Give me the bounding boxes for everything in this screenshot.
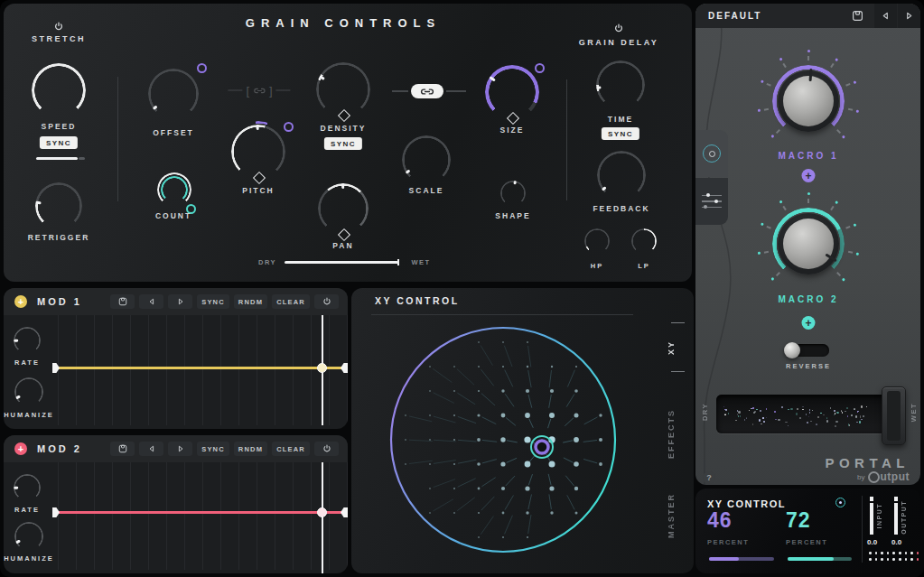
xy-x-bar[interactable]: [709, 557, 774, 561]
macro2-add-button[interactable]: +: [802, 316, 816, 330]
drywet-slider-handle[interactable]: [882, 386, 906, 445]
offset-knob[interactable]: [148, 69, 199, 119]
help-button[interactable]: ?: [703, 471, 715, 484]
xy-y-value: 72: [786, 508, 811, 533]
pitch-mod-badge[interactable]: [284, 122, 294, 132]
mod1-node[interactable]: [317, 363, 327, 373]
mod2-rate-label: RATE: [14, 506, 40, 514]
xy-y-bar[interactable]: [788, 557, 852, 561]
input-meter-label: INPUT: [876, 503, 882, 529]
shape-label: SHAPE: [495, 211, 530, 220]
count-knob[interactable]: [157, 172, 191, 207]
mod2-save-button[interactable]: [110, 442, 135, 456]
mod2-sync-button[interactable]: SYNC: [197, 442, 229, 456]
link-icon: [253, 87, 266, 94]
preset-header: DEFAULT: [695, 4, 920, 28]
mod1-prev-button[interactable]: [139, 294, 163, 309]
mod1-rndm-button[interactable]: RNDM: [234, 294, 267, 309]
mod2-clear-button[interactable]: CLEAR: [272, 442, 310, 456]
density-sync-button[interactable]: SYNC: [324, 137, 362, 150]
mod2-node[interactable]: [317, 507, 327, 517]
mod1-humanize-label: HUMANIZE: [4, 411, 54, 419]
mod2-title: MOD 2: [37, 443, 82, 454]
mod2-rate-knob[interactable]: [14, 474, 41, 501]
macro1-add-button[interactable]: +: [802, 169, 816, 182]
xy-x-unit: PERCENT: [707, 538, 749, 546]
output-meter-label: OUTPUT: [901, 500, 907, 535]
mod2-playhead[interactable]: [322, 462, 323, 573]
portal-logo: PORTAL: [825, 455, 910, 470]
size-mod-badge[interactable]: [535, 63, 545, 73]
mod1-panel: + MOD 1 SYNC RNDM CLEAR RATE HUMANIZE: [4, 288, 348, 429]
xy-x-value: 46: [707, 508, 733, 533]
stretch-power-icon[interactable]: [54, 22, 64, 32]
mod1-save-button[interactable]: [110, 294, 135, 309]
mod1-title: MOD 1: [37, 296, 82, 307]
mod2-rndm-button[interactable]: RNDM: [234, 442, 267, 456]
xy-pad[interactable]: [351, 288, 694, 573]
time-knob[interactable]: [596, 60, 645, 109]
mod2-prev-button[interactable]: [139, 442, 163, 456]
feedback-knob[interactable]: [597, 151, 646, 200]
retrigger-knob[interactable]: [35, 182, 82, 229]
mod1-sync-button[interactable]: SYNC: [197, 294, 229, 309]
preset-prev-button[interactable]: [874, 4, 897, 28]
preset-next-button[interactable]: [898, 4, 920, 28]
mod2-mod-line[interactable]: [56, 511, 345, 514]
output-o-icon: [868, 471, 880, 483]
mod2-humanize-label: HUMANIZE: [4, 554, 54, 563]
mod2-next-button[interactable]: [168, 442, 192, 456]
speed-sync-button[interactable]: SYNC: [40, 136, 78, 149]
tab-xy[interactable]: XY: [667, 335, 686, 360]
tab-master[interactable]: MASTER: [667, 489, 686, 543]
active-tab-rule: [671, 322, 685, 323]
mod1-clear-button[interactable]: CLEAR: [272, 294, 310, 309]
hp-knob[interactable]: [584, 228, 610, 254]
mod2-add-icon[interactable]: +: [14, 442, 27, 455]
offset-mod-badge[interactable]: [197, 63, 207, 73]
grain-drywet-slider[interactable]: [285, 261, 398, 264]
scale-knob[interactable]: [402, 135, 451, 184]
link-dash: [392, 90, 408, 92]
mod2-humanize-knob[interactable]: [14, 522, 43, 551]
speed-fine-slider[interactable]: [36, 157, 78, 160]
macro2-knob[interactable]: [770, 206, 846, 282]
shape-knob[interactable]: [500, 181, 526, 206]
density-size-link-button[interactable]: [411, 84, 443, 98]
xy-view-tab[interactable]: [695, 130, 728, 177]
divider: [117, 77, 118, 201]
speed-knob[interactable]: [32, 63, 86, 117]
reverse-toggle-knob[interactable]: [784, 342, 800, 358]
lp-knob[interactable]: [631, 228, 657, 254]
grain-controls-title: GRAIN CONTROLS: [246, 16, 441, 30]
grain-delay-power-icon[interactable]: [614, 23, 624, 33]
link-dash: [446, 90, 466, 92]
macro1-knob[interactable]: [770, 63, 846, 139]
time-sync-button[interactable]: SYNC: [602, 127, 639, 140]
grain-delay-label: GRAIN DELAY: [579, 38, 659, 47]
mod2-power-button[interactable]: [314, 442, 339, 456]
offset-density-link[interactable]: [ ]: [228, 84, 290, 98]
footer-xy-icon: [835, 498, 845, 507]
pan-knob[interactable]: [318, 183, 369, 234]
preset-save-button[interactable]: [846, 4, 869, 28]
mod1-power-button[interactable]: [314, 294, 339, 309]
drywet-sparkles: [719, 398, 871, 431]
mod2-grid[interactable]: [58, 462, 348, 570]
mod1-next-button[interactable]: [168, 294, 192, 309]
mod1-add-icon[interactable]: +: [14, 295, 27, 308]
density-label: DENSITY: [321, 124, 367, 133]
mod1-grid[interactable]: [58, 315, 348, 425]
pan-label: PAN: [332, 241, 353, 250]
mod2-panel: + MOD 2 SYNC RNDM CLEAR RATE HUMANIZE: [4, 435, 348, 573]
stretch-label: STRETCH: [32, 34, 86, 43]
mod1-mod-line[interactable]: [56, 367, 345, 369]
grain-drywet-handle[interactable]: [397, 259, 399, 265]
reverse-toggle[interactable]: [786, 344, 829, 357]
tab-effects[interactable]: EFFECTS: [667, 404, 686, 463]
sliders-view-tab[interactable]: [695, 178, 728, 225]
drywet-dry-label: DRY: [701, 403, 709, 421]
mod1-rate-knob[interactable]: [14, 327, 41, 354]
preset-name[interactable]: DEFAULT: [708, 11, 846, 21]
mod1-humanize-knob[interactable]: [14, 377, 43, 406]
